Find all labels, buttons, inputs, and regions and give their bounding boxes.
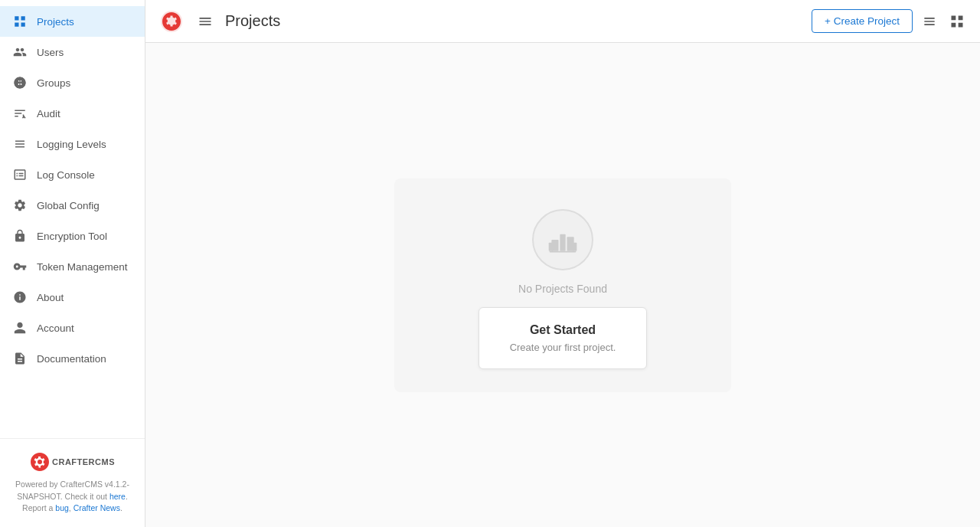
grid-view-button[interactable] (946, 11, 968, 32)
no-projects-text: No Projects Found (518, 283, 607, 295)
empty-icon (532, 209, 593, 270)
sidebar-label-documentation: Documentation (37, 353, 106, 365)
crafter-logo: CRAFTERCMS (12, 451, 132, 473)
svg-point-0 (38, 460, 42, 464)
sidebar-footer: CRAFTERCMS Powered by CrafterCMS v4.1.2-… (0, 438, 145, 527)
svg-rect-4 (560, 234, 565, 250)
sidebar-label-projects: Projects (37, 16, 74, 28)
sidebar-nav: Projects Users Groups Audit (0, 0, 145, 438)
footer-crafter-news-link[interactable]: Crafter News (74, 503, 120, 512)
svg-rect-8 (550, 250, 577, 252)
no-projects-illustration (546, 223, 580, 257)
svg-rect-6 (549, 242, 554, 250)
sidebar-label-users: Users (37, 47, 64, 58)
create-project-button[interactable]: + Create Project (812, 9, 913, 33)
hamburger-button[interactable] (194, 11, 216, 32)
sidebar-label-logging-levels: Logging Levels (37, 139, 106, 150)
header-logo (158, 8, 185, 35)
header-crafter-icon (159, 9, 184, 34)
page-title: Projects (225, 12, 802, 30)
get-started-title: Get Started (510, 323, 616, 337)
sidebar-label-account: Account (37, 322, 74, 334)
about-icon (12, 290, 28, 305)
footer-bug-link[interactable]: bug (55, 503, 69, 512)
sidebar-label-token-management: Token Management (37, 261, 128, 273)
sidebar-item-account[interactable]: Account (0, 313, 145, 343)
get-started-sub: Create your first project. (510, 342, 616, 353)
sidebar-item-documentation[interactable]: Documentation (0, 343, 145, 374)
sidebar-item-groups[interactable]: Groups (0, 67, 145, 98)
main-area: Projects + Create Project (145, 0, 980, 527)
sidebar-item-encryption-tool[interactable]: Encryption Tool (0, 221, 145, 251)
footer-here-link[interactable]: here (109, 492, 126, 501)
sidebar: Projects Users Groups Audit (0, 0, 145, 527)
sidebar-item-projects[interactable]: Projects (0, 6, 145, 37)
sidebar-item-token-management[interactable]: Token Management (0, 251, 145, 282)
documentation-icon (12, 351, 28, 366)
sidebar-item-global-config[interactable]: Global Config (0, 190, 145, 221)
sidebar-label-audit: Audit (37, 108, 60, 119)
log-console-icon (12, 167, 28, 182)
groups-icon (12, 75, 28, 90)
users-icon (12, 44, 28, 60)
svg-text:CRAFTERCMS: CRAFTERCMS (52, 457, 115, 466)
header: Projects + Create Project (145, 0, 980, 43)
get-started-box: Get Started Create your first project. (479, 307, 648, 369)
sidebar-label-log-console: Log Console (37, 169, 95, 181)
sidebar-item-about[interactable]: About (0, 282, 145, 313)
header-actions: + Create Project (812, 9, 968, 33)
crafter-cms-logo: CRAFTERCMS (31, 451, 115, 473)
sidebar-label-about: About (37, 292, 64, 303)
audit-icon (12, 106, 28, 121)
sidebar-label-global-config: Global Config (37, 200, 100, 211)
sidebar-item-logging-levels[interactable]: Logging Levels (0, 129, 145, 159)
sidebar-label-encryption-tool: Encryption Tool (37, 231, 107, 242)
account-icon (12, 320, 28, 336)
grid-icon (12, 14, 28, 29)
footer-text: Powered by CrafterCMS v4.1.2-SNAPSHOT. C… (12, 479, 132, 515)
empty-state: No Projects Found Get Started Create you… (394, 178, 731, 392)
content-area: No Projects Found Get Started Create you… (145, 43, 980, 527)
lock-icon (12, 228, 28, 244)
logging-icon (12, 136, 28, 152)
token-icon (12, 259, 28, 274)
sidebar-item-log-console[interactable]: Log Console (0, 159, 145, 190)
svg-rect-7 (573, 242, 577, 250)
sidebar-item-users[interactable]: Users (0, 37, 145, 67)
sidebar-label-groups: Groups (37, 77, 70, 89)
global-config-icon (12, 198, 28, 213)
list-view-button[interactable] (919, 11, 940, 32)
sidebar-item-audit[interactable]: Audit (0, 98, 145, 129)
